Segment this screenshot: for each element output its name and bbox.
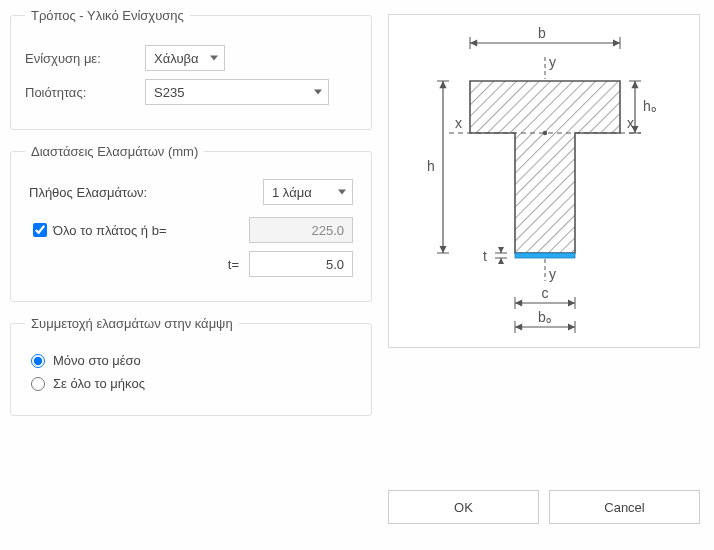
chevron-down-icon	[314, 90, 322, 95]
svg-text:y: y	[549, 54, 556, 70]
reinforce-with-value: Χάλυβα	[154, 51, 198, 66]
chevron-down-icon	[338, 190, 346, 195]
svg-text:t: t	[483, 248, 487, 264]
b-input[interactable]	[249, 217, 353, 243]
svg-text:y: y	[549, 266, 556, 282]
svg-text:x: x	[627, 115, 634, 131]
svg-text:b: b	[538, 25, 546, 41]
full-width-text: Όλο το πλάτος ή b=	[53, 223, 167, 238]
quality-combo[interactable]: S235	[145, 79, 329, 105]
t-input[interactable]	[249, 251, 353, 277]
svg-text:c: c	[542, 285, 549, 301]
group-reinforcement-legend: Τρόπος - Υλικό Ενίσχυσης	[25, 8, 190, 23]
quality-label: Ποιότητας:	[25, 85, 145, 100]
plate-count-label: Πλήθος Ελασμάτων:	[29, 185, 147, 200]
reinforce-with-label: Ενίσχυση με:	[25, 51, 145, 66]
svg-text:hₒ: hₒ	[643, 98, 657, 114]
svg-rect-1	[515, 253, 575, 258]
bending-opt-full-length[interactable]	[31, 377, 45, 391]
plate-count-combo[interactable]: 1 λάμα	[263, 179, 353, 205]
group-plate-dims-legend: Διαστάσεις Ελασμάτων (mm)	[25, 144, 204, 159]
reinforce-with-combo[interactable]: Χάλυβα	[145, 45, 225, 71]
chevron-down-icon	[210, 56, 218, 61]
group-plate-dims: Διαστάσεις Ελασμάτων (mm) Πλήθος Ελασμάτ…	[10, 144, 372, 302]
group-bending: Συμμετοχή ελασμάτων στην κάμψη Μόνο στο …	[10, 316, 372, 416]
bending-opt-middle[interactable]	[31, 354, 45, 368]
group-reinforcement: Τρόπος - Υλικό Ενίσχυσης Ενίσχυση με: Χά…	[10, 8, 372, 130]
section-diagram: b y x x hₒ h t y c	[388, 14, 700, 348]
svg-text:bₒ: bₒ	[538, 309, 552, 325]
cancel-button[interactable]: Cancel	[549, 490, 700, 524]
group-bending-legend: Συμμετοχή ελασμάτων στην κάμψη	[25, 316, 239, 331]
quality-value: S235	[154, 85, 184, 100]
svg-point-9	[543, 131, 547, 135]
tbeam-svg: b y x x hₒ h t y c	[395, 21, 695, 341]
full-width-checkbox-label[interactable]: Όλο το πλάτος ή b=	[33, 223, 167, 238]
ok-button[interactable]: OK	[388, 490, 539, 524]
svg-text:h: h	[427, 158, 435, 174]
svg-text:x: x	[455, 115, 462, 131]
full-width-checkbox[interactable]	[33, 223, 47, 237]
t-label: t=	[228, 257, 239, 272]
plate-count-value: 1 λάμα	[272, 185, 312, 200]
bending-opt-full-length-label: Σε όλο το μήκος	[53, 376, 145, 391]
bending-opt-middle-label: Μόνο στο μέσο	[53, 353, 141, 368]
